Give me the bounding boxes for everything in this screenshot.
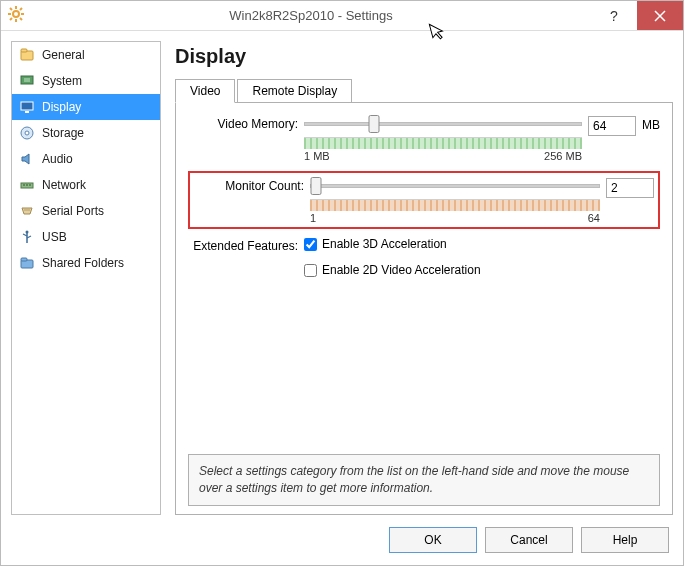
sidebar-item-serial-ports[interactable]: Serial Ports bbox=[12, 198, 160, 224]
dialog-footer: OK Cancel Help bbox=[1, 515, 683, 565]
svg-point-20 bbox=[25, 131, 29, 135]
sidebar-item-general[interactable]: General bbox=[12, 42, 160, 68]
enable-2d-checkbox[interactable] bbox=[304, 264, 317, 277]
sidebar-item-shared-folders[interactable]: Shared Folders bbox=[12, 250, 160, 276]
svg-point-26 bbox=[26, 209, 27, 210]
video-memory-label: Video Memory: bbox=[188, 115, 304, 131]
shared-folders-icon bbox=[18, 254, 36, 272]
svg-point-23 bbox=[26, 184, 28, 186]
video-memory-row: Video Memory: 1 MB 256 MB bbox=[188, 115, 660, 149]
sidebar-item-label: USB bbox=[42, 230, 67, 244]
svg-point-22 bbox=[23, 184, 25, 186]
svg-point-24 bbox=[29, 184, 31, 186]
monitor-count-ruler: 1 64 bbox=[310, 199, 600, 211]
monitor-count-highlight: Monitor Count: 1 64 bbox=[188, 171, 660, 229]
monitor-count-input[interactable] bbox=[606, 178, 654, 198]
help-button[interactable]: Help bbox=[581, 527, 669, 553]
tabs: Video Remote Display bbox=[175, 78, 673, 103]
sidebar-item-label: Serial Ports bbox=[42, 204, 104, 218]
serial-ports-icon bbox=[18, 202, 36, 220]
sidebar-item-audio[interactable]: Audio bbox=[12, 146, 160, 172]
window-title: Win2k8R2Sp2010 - Settings bbox=[31, 8, 591, 23]
enable-3d-label: Enable 3D Acceleration bbox=[322, 237, 447, 251]
sidebar-item-display[interactable]: Display bbox=[12, 94, 160, 120]
cancel-button[interactable]: Cancel bbox=[485, 527, 573, 553]
svg-line-7 bbox=[10, 18, 12, 20]
hint-box: Select a settings category from the list… bbox=[188, 454, 660, 506]
monitor-count-label: Monitor Count: bbox=[194, 177, 310, 193]
video-memory-input[interactable] bbox=[588, 116, 636, 136]
sidebar-item-label: System bbox=[42, 74, 82, 88]
svg-rect-18 bbox=[25, 111, 29, 113]
sidebar-item-system[interactable]: System bbox=[12, 68, 160, 94]
general-icon bbox=[18, 46, 36, 64]
sidebar-item-label: General bbox=[42, 48, 85, 62]
display-icon bbox=[18, 98, 36, 116]
page-title: Display bbox=[175, 45, 673, 68]
titlebar: Win2k8R2Sp2010 - Settings ? bbox=[1, 1, 683, 31]
video-memory-ruler: 1 MB 256 MB bbox=[304, 137, 582, 149]
sidebar-item-label: Storage bbox=[42, 126, 84, 140]
svg-rect-17 bbox=[21, 102, 33, 110]
monitor-count-slider[interactable] bbox=[310, 177, 600, 199]
extended-features-label: Extended Features: bbox=[188, 237, 304, 253]
svg-point-25 bbox=[24, 209, 25, 210]
enable-2d-checkbox-row[interactable]: Enable 2D Video Acceleration bbox=[304, 263, 481, 277]
sidebar-item-label: Display bbox=[42, 100, 81, 114]
tab-remote-display[interactable]: Remote Display bbox=[237, 79, 352, 103]
sidebar-item-usb[interactable]: USB bbox=[12, 224, 160, 250]
extended-features-row: Extended Features: Enable 3D Acceleratio… bbox=[188, 237, 660, 283]
tab-video[interactable]: Video bbox=[175, 79, 235, 103]
titlebar-close-button[interactable] bbox=[637, 1, 683, 30]
app-icon bbox=[1, 6, 31, 26]
category-sidebar: General System Display Storage Audio Net… bbox=[11, 41, 161, 515]
svg-point-0 bbox=[13, 11, 19, 17]
video-memory-slider[interactable] bbox=[304, 115, 582, 137]
video-memory-unit: MB bbox=[642, 118, 660, 132]
usb-icon bbox=[18, 228, 36, 246]
svg-point-29 bbox=[26, 231, 29, 234]
svg-point-27 bbox=[28, 209, 29, 210]
enable-2d-label: Enable 2D Video Acceleration bbox=[322, 263, 481, 277]
ok-button[interactable]: OK bbox=[389, 527, 477, 553]
sidebar-item-network[interactable]: Network bbox=[12, 172, 160, 198]
sidebar-item-label: Audio bbox=[42, 152, 73, 166]
svg-line-5 bbox=[10, 8, 12, 10]
svg-rect-33 bbox=[21, 258, 27, 261]
system-icon bbox=[18, 72, 36, 90]
svg-line-6 bbox=[20, 18, 22, 20]
sidebar-item-label: Shared Folders bbox=[42, 256, 124, 270]
sidebar-item-storage[interactable]: Storage bbox=[12, 120, 160, 146]
svg-rect-12 bbox=[21, 49, 27, 52]
storage-icon bbox=[18, 124, 36, 142]
svg-line-8 bbox=[20, 8, 22, 10]
enable-3d-checkbox-row[interactable]: Enable 3D Acceleration bbox=[304, 237, 447, 251]
audio-icon bbox=[18, 150, 36, 168]
sidebar-item-label: Network bbox=[42, 178, 86, 192]
titlebar-help-button[interactable]: ? bbox=[591, 1, 637, 30]
enable-3d-checkbox[interactable] bbox=[304, 238, 317, 251]
network-icon bbox=[18, 176, 36, 194]
